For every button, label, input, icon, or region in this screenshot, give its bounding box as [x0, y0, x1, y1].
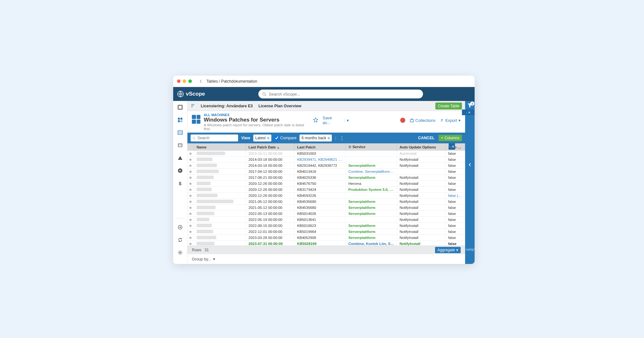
- cell-patch: KB4593226: [294, 193, 346, 199]
- cell-upver: false: [445, 169, 465, 175]
- nav-card-icon[interactable]: [176, 141, 184, 149]
- export-button[interactable]: Export ▾: [440, 118, 461, 123]
- briefcase-icon: [410, 118, 414, 122]
- global-search-input[interactable]: Search vScope...: [258, 90, 423, 98]
- nav-sync-icon[interactable]: [176, 236, 184, 244]
- cell-auto: NotifyInstall: [397, 157, 445, 163]
- tab-item[interactable]: Licensiering: Användare E3: [201, 104, 253, 108]
- cell-date: 2020-12-26 00:00:00: [246, 193, 294, 199]
- cell-patch: KB3173424: [294, 187, 346, 193]
- column-last-patch-date[interactable]: Last Patch Date ▲: [246, 143, 294, 151]
- header-crumb[interactable]: ALL MACHINES: [204, 113, 310, 117]
- aggregate-button[interactable]: Aggregate ▾: [435, 247, 461, 253]
- columns-button[interactable]: +Columns: [439, 135, 462, 141]
- status-dot-icon: [189, 207, 192, 209]
- table-type-icon: [192, 115, 200, 124]
- cell-service: Heroma: [346, 181, 397, 187]
- nav-settings-icon[interactable]: [176, 249, 184, 256]
- panel-chip[interactable]: · ✕: [462, 110, 475, 115]
- sort-icon[interactable]: [191, 103, 195, 109]
- table-row[interactable]: 2022-05-19 00:00:00KB5013641NotifyInstal…: [187, 217, 465, 223]
- table-row[interactable]: 2023-10-11 00:00:00KB5031003AutoInstallf…: [187, 151, 465, 157]
- expand-panel-icon[interactable]: ‹: [469, 160, 471, 169]
- status-dot-icon: [189, 201, 192, 203]
- cell-auto: NotifyInstall: [397, 181, 445, 187]
- cell-service[interactable]: Combine, Kontek Lön, Serverplat...: [346, 241, 397, 246]
- status-dot-icon: [189, 219, 192, 221]
- nav-play-icon[interactable]: [176, 167, 184, 174]
- compare-checkbox[interactable]: Compare: [275, 136, 296, 140]
- status-dot-icon: [189, 159, 192, 161]
- save-as-button[interactable]: Save as...: [323, 116, 340, 125]
- redacted-name: [197, 200, 233, 203]
- table-row[interactable]: 2021-05-12 00:00:00KB4535680Serverplattf…: [187, 199, 465, 205]
- table-row[interactable]: 2023-07-31 00:00:00KB5028169Combine, Kon…: [187, 241, 465, 246]
- collections-button[interactable]: Collections: [410, 118, 436, 123]
- status-dot-icon: [189, 243, 192, 245]
- group-by-select[interactable]: Group by...▾: [187, 254, 465, 264]
- nav-discovery-icon[interactable]: [176, 223, 184, 231]
- sort-asc-icon: ▲: [277, 146, 280, 149]
- table-header-row: Name Last Patch Date ▲ Last Patch ⚙Servi…: [187, 143, 465, 151]
- column-auto-update[interactable]: Auto Update Options: [397, 143, 445, 151]
- cell-auto: NotifyInstall: [397, 217, 445, 223]
- nav-grid-icon[interactable]: [176, 129, 184, 136]
- select-column[interactable]: [187, 143, 194, 151]
- nav-tables-icon[interactable]: [176, 116, 184, 124]
- cell-service: Serverplattform: [346, 235, 397, 241]
- shared-indicator-icon[interactable]: [400, 118, 405, 123]
- redacted-name: [197, 182, 211, 185]
- svg-line-2: [265, 95, 266, 96]
- filter-count-badge: 3: [470, 102, 474, 106]
- cell-date: 2020-12-26 00:00:00: [246, 187, 294, 193]
- table-row[interactable]: 2014-03-18 00:00:00KB2919442, KB2938772S…: [187, 163, 465, 169]
- column-name[interactable]: Name: [194, 143, 246, 151]
- cell-patch: KB5019964: [294, 229, 346, 235]
- compare-select[interactable]: 6 months back⇅: [300, 135, 332, 141]
- svg-rect-12: [178, 144, 182, 147]
- cancel-button[interactable]: CANCEL: [418, 136, 435, 140]
- table-row[interactable]: 2022-05-13 00:00:00KB5014026Serverplattf…: [187, 211, 465, 217]
- view-select[interactable]: Latest⇅: [253, 135, 271, 141]
- table-row[interactable]: 2017-04-12 00:00:00KB4013418Combine, Ser…: [187, 169, 465, 175]
- create-table-button[interactable]: Create Table: [435, 103, 462, 110]
- status-dot-icon: [189, 231, 192, 233]
- nav-dashboards-icon[interactable]: [176, 103, 184, 111]
- more-menu-icon[interactable]: ⋮: [339, 135, 344, 141]
- cell-auto: [397, 169, 445, 175]
- remove-column-icon[interactable]: - ✕: [449, 143, 455, 150]
- star-icon[interactable]: [313, 117, 318, 123]
- table-row[interactable]: 2020-12-26 00:00:00KB4576750HeromaNotify…: [187, 181, 465, 187]
- table-row[interactable]: 2020-12-26 00:00:00KB4593226NotifyInstal…: [187, 193, 465, 199]
- cell-patch: KB5028169: [294, 241, 346, 246]
- table-search-input[interactable]: [191, 135, 238, 141]
- table-row[interactable]: 2023-03-28 00:00:00KB4052908Serverplattf…: [187, 235, 465, 241]
- column-service[interactable]: ⚙Service: [346, 143, 397, 151]
- table-row[interactable]: 2020-12-26 00:00:00KB3173424Produktion S…: [187, 187, 465, 193]
- close-window-icon[interactable]: [177, 79, 180, 83]
- cell-patch: KB5016623: [294, 223, 346, 229]
- status-dot-icon: [189, 213, 192, 215]
- svg-rect-7: [178, 120, 180, 122]
- cell-upver: false: [445, 223, 465, 229]
- cell-patch[interactable]: KB2939471, KB2949621 (+KB29...: [294, 157, 346, 163]
- cell-date: 2022-05-19 00:00:00: [246, 217, 294, 223]
- table-row[interactable]: 2014-03-18 00:00:00KB2939471, KB2949621 …: [187, 157, 465, 163]
- table-row[interactable]: 2021-05-12 00:00:00KB4535680Serverplattf…: [187, 205, 465, 211]
- status-dot-icon: [189, 189, 192, 191]
- traffic-lights[interactable]: [177, 79, 192, 83]
- column-last-patch[interactable]: Last Patch: [294, 143, 346, 151]
- table-row[interactable]: 2022-12-01 00:00:00KB5019964Serverplattf…: [187, 229, 465, 235]
- fullscreen-window-icon[interactable]: [188, 79, 192, 83]
- minimize-window-icon[interactable]: [183, 79, 186, 83]
- nav-cost-icon[interactable]: $: [176, 179, 184, 187]
- table-row[interactable]: 2022-08-15 00:00:00KB5016623Serverplattf…: [187, 223, 465, 229]
- tab-item[interactable]: License Plan Overview: [258, 104, 301, 108]
- logo[interactable]: vScope: [177, 91, 205, 97]
- filter-icon[interactable]: 3: [467, 103, 472, 109]
- table-row[interactable]: 2017-08-21 00:00:00KB4025336Serverplattf…: [187, 175, 465, 181]
- cell-service[interactable]: Combine, Serverplattform, Verks...: [346, 169, 397, 175]
- save-as-dropdown[interactable]: ▾: [344, 118, 349, 123]
- nav-alert-icon[interactable]: [176, 154, 184, 162]
- back-button[interactable]: [198, 78, 204, 84]
